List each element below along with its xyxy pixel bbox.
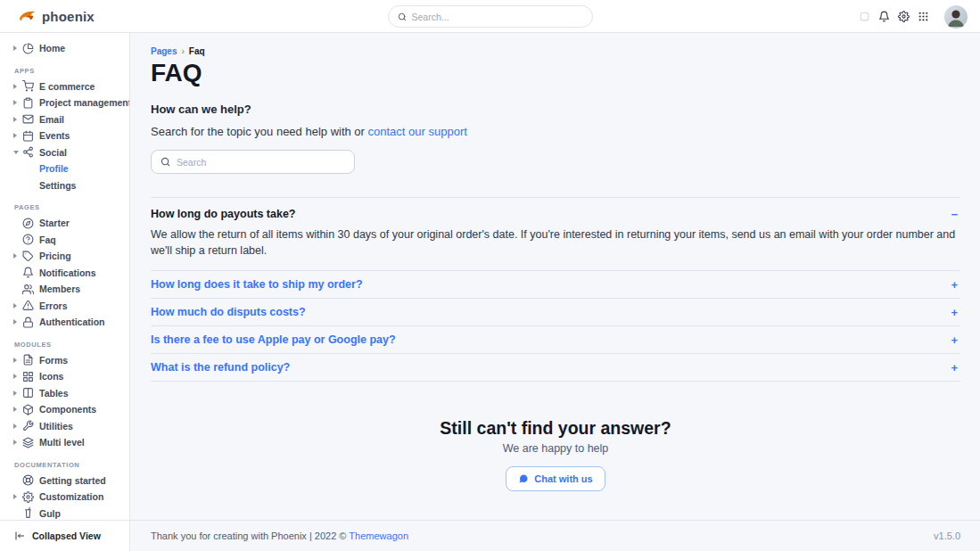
sidebar-item-events[interactable]: Events xyxy=(0,127,129,144)
sidebar-nav: HomeAPPSE commerceProject managementEmai… xyxy=(0,33,129,520)
sidebar-section-label-pages: PAGES xyxy=(14,203,129,211)
sidebar-item-label: Forms xyxy=(39,355,68,366)
expand-plus-icon[interactable]: + xyxy=(951,279,960,291)
sidebar-item-label: Project management xyxy=(39,97,129,108)
expand-plus-icon[interactable]: + xyxy=(951,307,960,318)
sidebar-item-notifications[interactable]: Notifications xyxy=(0,265,129,282)
faq-item: How long does it take to ship my order?+ xyxy=(151,271,960,299)
compass-icon xyxy=(22,218,34,229)
help-text-prefix: Search for the topic you need help with … xyxy=(151,125,368,138)
caret-down-icon xyxy=(13,151,22,154)
user-avatar[interactable] xyxy=(944,5,968,29)
cta-subtitle: We are happy to help xyxy=(151,442,960,455)
faq-answer: We allow the return of all items within … xyxy=(151,226,960,259)
brand-logo[interactable]: phoenix xyxy=(0,7,95,26)
main-content: Pages › Faq FAQ How can we help? Search … xyxy=(130,33,980,551)
sidebar-item-email[interactable]: Email xyxy=(0,111,129,128)
sidebar-item-authentication[interactable]: Authentication xyxy=(0,314,129,331)
calendar-icon xyxy=(22,130,34,142)
sidebar-item-faq[interactable]: Faq xyxy=(0,232,129,249)
users-icon xyxy=(22,284,34,295)
sidebar-item-pricing[interactable]: Pricing xyxy=(0,248,129,265)
grid-icon xyxy=(22,371,34,382)
global-search[interactable] xyxy=(388,5,593,28)
caret-right-icon xyxy=(13,45,22,51)
sidebar-item-tables[interactable]: Tables xyxy=(0,385,129,402)
help-heading: How can we help? xyxy=(151,103,960,116)
sidebar-item-starter[interactable]: Starter xyxy=(0,215,129,232)
faq-search[interactable] xyxy=(151,150,355,174)
sidebar-item-multi-level[interactable]: Multi level xyxy=(0,434,129,451)
sidebar-item-label: Customization xyxy=(39,491,103,502)
expand-plus-icon[interactable]: + xyxy=(951,362,960,374)
collapsed-view-toggle[interactable]: Collapsed View xyxy=(0,520,129,551)
faq-question-row[interactable]: How long does it take to ship my order?+ xyxy=(151,278,960,291)
cta-title: Still can't find your answer? xyxy=(151,418,960,439)
theme-toggle-icon[interactable] xyxy=(859,11,870,22)
faq-item: What is the refund policy?+ xyxy=(151,354,960,382)
faq-question-row[interactable]: How much do disputs costs?+ xyxy=(151,306,960,318)
gear-icon[interactable] xyxy=(898,11,910,22)
sidebar-item-settings[interactable]: Settings xyxy=(0,177,129,194)
sidebar-item-gulp[interactable]: Gulp xyxy=(0,506,129,521)
sidebar-item-errors[interactable]: Errors xyxy=(0,298,129,315)
collapse-minus-icon[interactable]: − xyxy=(951,209,960,220)
sidebar-item-label: Errors xyxy=(39,300,68,311)
themewagon-link[interactable]: Themewagon xyxy=(349,530,408,541)
footer-text: Thank you for creating with Phoenix | 20… xyxy=(151,530,349,541)
sidebar-item-getting-started[interactable]: Getting started xyxy=(0,473,129,489)
chat-button-label: Chat with us xyxy=(534,473,592,484)
faq-question-text: How long do payouts take? xyxy=(151,208,296,220)
sidebar-item-home[interactable]: Home xyxy=(0,40,129,57)
expand-plus-icon[interactable]: + xyxy=(951,334,960,346)
columns-icon xyxy=(22,387,34,399)
footer: Thank you for creating with Phoenix | 20… xyxy=(130,520,980,551)
help-circle-icon xyxy=(22,234,34,245)
faq-search-input[interactable] xyxy=(177,157,345,168)
life-buoy-icon xyxy=(22,474,34,486)
breadcrumb-pages-link[interactable]: Pages xyxy=(151,46,177,56)
caret-right-icon xyxy=(13,424,22,429)
caret-right-icon xyxy=(13,358,22,363)
sidebar-item-label: Pricing xyxy=(39,251,71,261)
layers-icon xyxy=(22,437,34,448)
sidebar-item-social[interactable]: Social xyxy=(0,144,129,161)
settings-icon xyxy=(22,491,34,503)
notifications-bell-icon[interactable] xyxy=(878,11,890,22)
sidebar-item-label: Components xyxy=(39,404,96,415)
caret-right-icon xyxy=(13,303,22,308)
sidebar-item-forms[interactable]: Forms xyxy=(0,352,129,369)
faq-question-row[interactable]: Is there a fee to use Apple pay or Googl… xyxy=(151,333,960,346)
chat-with-us-button[interactable]: Chat with us xyxy=(506,466,605,491)
sidebar-item-profile[interactable]: Profile xyxy=(0,160,129,177)
page-title: FAQ xyxy=(151,59,960,87)
global-search-input[interactable] xyxy=(412,12,583,22)
sidebar-item-label: Icons xyxy=(39,371,63,382)
faq-question-text: How much do disputs costs? xyxy=(151,306,306,318)
file-text-icon xyxy=(22,354,34,366)
sidebar-item-members[interactable]: Members xyxy=(0,281,129,298)
sidebar-item-utilities[interactable]: Utilities xyxy=(0,418,129,435)
faq-question-row[interactable]: What is the refund policy?+ xyxy=(151,361,960,374)
faq-question-text: How long does it take to ship my order? xyxy=(151,278,363,291)
sidebar-item-customization[interactable]: Customization xyxy=(0,489,129,506)
clipboard-icon xyxy=(22,97,34,109)
faq-question-row[interactable]: How long do payouts take?− xyxy=(151,208,960,220)
caret-right-icon xyxy=(13,440,22,445)
sidebar-item-label: Gulp xyxy=(39,508,61,519)
contact-support-link[interactable]: contact our support xyxy=(368,125,467,138)
sidebar: HomeAPPSE commerceProject managementEmai… xyxy=(0,33,130,551)
sidebar-item-label: Multi level xyxy=(39,437,85,448)
sidebar-item-e-commerce[interactable]: E commerce xyxy=(0,78,129,95)
apps-grid-icon[interactable] xyxy=(918,11,929,22)
version-label: v1.5.0 xyxy=(934,530,960,541)
sidebar-item-components[interactable]: Components xyxy=(0,401,129,418)
sidebar-section-label-documentation: DOCUMENTATION xyxy=(14,461,129,469)
cta-section: Still can't find your answer? We are hap… xyxy=(151,418,960,491)
sidebar-item-icons[interactable]: Icons xyxy=(0,368,129,385)
caret-right-icon xyxy=(13,253,22,259)
sidebar-item-label: Notifications xyxy=(39,267,96,278)
gulp-icon xyxy=(22,507,34,519)
sidebar-item-project-management[interactable]: Project management xyxy=(0,95,129,111)
box-icon xyxy=(22,404,34,415)
